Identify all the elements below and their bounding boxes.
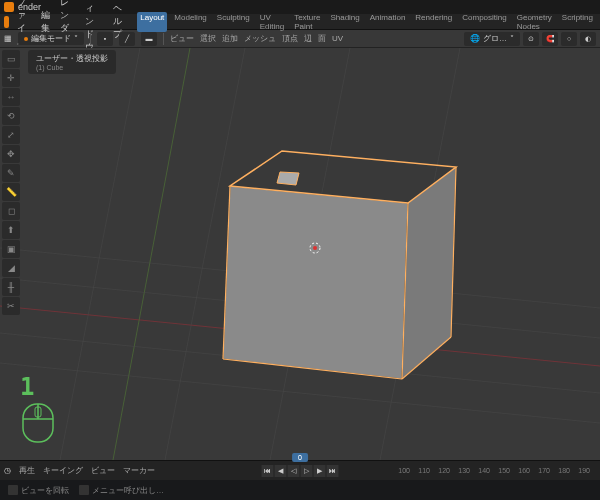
knife-tool-icon[interactable]: ✂ — [2, 297, 20, 315]
projection-label: ユーザー・透視投影 — [36, 53, 108, 64]
mouse-middle-icon — [8, 485, 18, 495]
inset-tool-icon[interactable]: ▣ — [2, 240, 20, 258]
mode-dropdown[interactable]: 編集モード ˅ — [18, 32, 84, 45]
workspace-tab[interactable]: Geometry Nodes — [514, 12, 555, 32]
proportional-icon[interactable]: ○ — [561, 32, 577, 46]
svg-marker-11 — [277, 172, 299, 185]
app-logo-icon — [4, 16, 9, 28]
view-menu[interactable]: ビュー — [170, 33, 194, 44]
chevron-down-icon: ˅ — [74, 34, 78, 43]
measure-tool-icon[interactable]: 📏 — [2, 183, 20, 201]
blender-logo-icon — [4, 2, 14, 12]
workspace-tab[interactable]: Compositing — [459, 12, 509, 32]
timeline-editor[interactable]: ◷ 再生 キーイング ビュー マーカー 0 ⏮ ◀ ◁ ▷ ▶ ⏭ 100 11… — [0, 460, 600, 480]
add-cube-tool-icon[interactable]: ◻ — [2, 202, 20, 220]
edge-select-icon[interactable]: ╱ — [119, 32, 135, 46]
mouse-icon — [20, 401, 56, 445]
workspace-tab[interactable]: Modeling — [171, 12, 209, 32]
status-menu-hint: メニュー呼び出し… — [79, 485, 164, 496]
workspace-tabs: Layout Modeling Sculpting UV Editing Tex… — [137, 12, 596, 32]
3d-viewport[interactable] — [0, 48, 600, 460]
separator — [90, 33, 91, 45]
marker-menu[interactable]: マーカー — [119, 465, 159, 476]
workspace-tab[interactable]: UV Editing — [257, 12, 287, 32]
timeline-view-menu[interactable]: ビュー — [87, 465, 119, 476]
pivot-icon[interactable]: ⊙ — [523, 32, 539, 46]
playback-menu[interactable]: 再生 — [15, 465, 39, 476]
cube-object[interactable] — [223, 151, 456, 379]
mouse-hint-overlay: 1 — [20, 373, 56, 445]
transform-tool-icon[interactable]: ✥ — [2, 145, 20, 163]
annotate-tool-icon[interactable]: ✎ — [2, 164, 20, 182]
menu-edit[interactable]: 編集 — [39, 9, 52, 35]
add-menu[interactable]: 追加 — [222, 33, 238, 44]
viewport-scene — [0, 48, 600, 460]
edge-menu[interactable]: 辺 — [304, 33, 312, 44]
separator — [163, 33, 164, 45]
cursor-tool-icon[interactable]: ✛ — [2, 69, 20, 87]
extrude-tool-icon[interactable]: ⬆ — [2, 221, 20, 239]
rotate-tool-icon[interactable]: ⟲ — [2, 107, 20, 125]
workspace-tab[interactable]: Scripting — [559, 12, 596, 32]
workspace-tab[interactable]: Layout — [137, 12, 167, 32]
object-name-label: (1) Cube — [36, 64, 108, 71]
select-menu[interactable]: 選択 — [200, 33, 216, 44]
snap-icon[interactable]: 🧲 — [542, 32, 558, 46]
svg-marker-8 — [223, 186, 408, 379]
status-bar: ビューを回転 メニュー呼び出し… — [0, 480, 600, 500]
keying-menu[interactable]: キーイング — [39, 465, 87, 476]
scale-tool-icon[interactable]: ⤢ — [2, 126, 20, 144]
hint-number: 1 — [20, 373, 56, 401]
workspace-tab[interactable]: Animation — [367, 12, 409, 32]
face-select-icon[interactable]: ▬ — [141, 32, 157, 46]
svg-point-18 — [313, 246, 317, 250]
shading-icon[interactable]: ◐ — [580, 32, 596, 46]
face-menu[interactable]: 面 — [318, 33, 326, 44]
loopcut-tool-icon[interactable]: ╫ — [2, 278, 20, 296]
workspace-tab[interactable]: Shading — [327, 12, 362, 32]
workspace-tab[interactable]: Texture Paint — [291, 12, 323, 32]
timeline-editor-icon[interactable]: ◷ — [0, 466, 15, 475]
chevron-down-icon: ˅ — [510, 34, 514, 43]
svg-line-4 — [60, 48, 140, 460]
bevel-tool-icon[interactable]: ◢ — [2, 259, 20, 277]
move-tool-icon[interactable]: ↔ — [2, 88, 20, 106]
select-tool-icon[interactable]: ▭ — [2, 50, 20, 68]
workspace-tab[interactable]: Rendering — [412, 12, 455, 32]
mesh-menu[interactable]: メッシュ — [244, 33, 276, 44]
svg-line-3 — [0, 363, 600, 423]
editor-type-icon[interactable]: ▦ — [4, 34, 12, 43]
main-menubar: ファイル 編集 レンダー ウィンドウ ヘルプ Layout Modeling S… — [0, 14, 600, 30]
vertex-select-icon[interactable]: ▪ — [97, 32, 113, 46]
menu-window[interactable]: ウィンドウ — [83, 0, 105, 54]
svg-marker-9 — [402, 167, 456, 379]
uv-menu[interactable]: UV — [332, 34, 343, 43]
vertex-menu[interactable]: 頂点 — [282, 33, 298, 44]
edit-mode-icon — [24, 37, 28, 41]
globe-icon: 🌐 — [470, 34, 480, 43]
tool-shelf: ▭ ✛ ↔ ⟲ ⤢ ✥ ✎ 📏 ◻ ⬆ ▣ ◢ ╫ ✂ — [2, 50, 22, 315]
workspace-tab[interactable]: Sculpting — [214, 12, 253, 32]
y-axis — [113, 48, 190, 460]
mouse-right-icon — [79, 485, 89, 495]
status-rotate-hint: ビューを回転 — [8, 485, 69, 496]
orientation-dropdown[interactable]: 🌐 グロ… ˅ — [464, 32, 520, 46]
timeline-ruler[interactable]: 100 110 120 130 140 150 160 170 180 190 — [159, 461, 600, 480]
viewport-overlay-info: ユーザー・透視投影 (1) Cube — [28, 50, 116, 74]
